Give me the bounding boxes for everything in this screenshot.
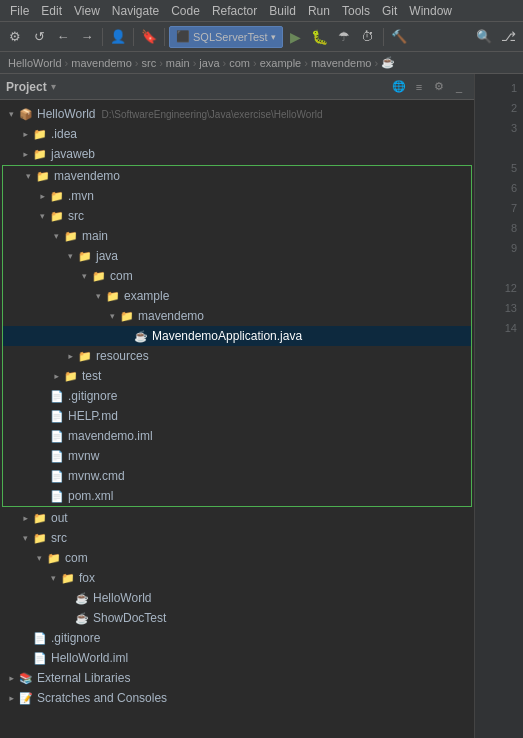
- breadcrumb-java[interactable]: java: [199, 57, 219, 69]
- tree-java[interactable]: ▾ 📁 java: [3, 246, 471, 266]
- arrow-helloworld: ▾: [4, 107, 18, 121]
- menu-window[interactable]: Window: [403, 0, 458, 21]
- label-mvn: .mvn: [68, 189, 94, 203]
- menu-git[interactable]: Git: [376, 0, 403, 21]
- tree-helloworld-iml[interactable]: 📄 HelloWorld.iml: [0, 648, 474, 668]
- profile-button[interactable]: ⏱: [357, 26, 379, 48]
- folder-icon-resources: 📁: [77, 348, 93, 364]
- breadcrumb-main[interactable]: main: [166, 57, 190, 69]
- breadcrumb-example[interactable]: example: [260, 57, 302, 69]
- arrow-fox: ▾: [46, 571, 60, 585]
- menu-code[interactable]: Code: [165, 0, 206, 21]
- folder-icon-com: 📁: [91, 268, 107, 284]
- project-panel[interactable]: Project ▾ 🌐 ≡ ⚙ _ ▾ 📦 HelloWorld D:\Soft…: [0, 74, 475, 738]
- breadcrumb-com[interactable]: com: [229, 57, 250, 69]
- mvnw-icon: 📄: [49, 448, 65, 464]
- tree-mavendemo-application[interactable]: ☕ MavendemoApplication.java: [3, 326, 471, 346]
- menu-tools[interactable]: Tools: [336, 0, 376, 21]
- tree-mavendemo[interactable]: ▾ 📁 mavendemo: [3, 166, 471, 186]
- tree-scratches[interactable]: ▾ 📝 Scratches and Consoles: [0, 688, 474, 708]
- panel-minimize-btn[interactable]: _: [450, 78, 468, 96]
- label-out: out: [51, 511, 68, 525]
- tree-gitignore-maven[interactable]: 📄 .gitignore: [3, 386, 471, 406]
- tree-help[interactable]: 📄 HELP.md: [3, 406, 471, 426]
- tree-mvnw[interactable]: 📄 mvnw: [3, 446, 471, 466]
- label-src: src: [68, 209, 84, 223]
- tree-com2[interactable]: ▾ 📁 com: [0, 548, 474, 568]
- tree-mvnw-cmd[interactable]: 📄 mvnw.cmd: [3, 466, 471, 486]
- tree-main[interactable]: ▾ 📁 main: [3, 226, 471, 246]
- toolbar-git[interactable]: ⎇: [497, 26, 519, 48]
- menu-file[interactable]: File: [4, 0, 35, 21]
- tree-mvn[interactable]: ▾ 📁 .mvn: [3, 186, 471, 206]
- panel-scope-btn[interactable]: 🌐: [390, 78, 408, 96]
- tree-resources[interactable]: ▾ 📁 resources: [3, 346, 471, 366]
- breadcrumb-mavendemo2[interactable]: mavendemo: [311, 57, 372, 69]
- toolbar-user[interactable]: 👤: [107, 26, 129, 48]
- menu-build[interactable]: Build: [263, 0, 302, 21]
- tree-helloworld-java[interactable]: ☕ HelloWorld: [0, 588, 474, 608]
- mvnwcmd-icon: 📄: [49, 468, 65, 484]
- tree-fox[interactable]: ▾ 📁 fox: [0, 568, 474, 588]
- tree-out[interactable]: ▾ 📁 out: [0, 508, 474, 528]
- tree-src2[interactable]: ▾ 📁 src: [0, 528, 474, 548]
- label-helloworld-iml: HelloWorld.iml: [51, 651, 128, 665]
- tree-com[interactable]: ▾ 📁 com: [3, 266, 471, 286]
- arrow-mavendemo: ▾: [21, 169, 35, 183]
- tree-example[interactable]: ▾ 📁 example: [3, 286, 471, 306]
- run-config-selector[interactable]: ⬛ SQLServerTest ▾: [169, 26, 283, 48]
- label-javaweb: javaweb: [51, 147, 95, 161]
- tree-gitignore2[interactable]: 📄 .gitignore: [0, 628, 474, 648]
- menu-edit[interactable]: Edit: [35, 0, 68, 21]
- arrow-scratches: ▾: [4, 691, 18, 705]
- label-pom: pom.xml: [68, 489, 113, 503]
- tree-showdoctest[interactable]: ☕ ShowDocTest: [0, 608, 474, 628]
- breadcrumb-helloworld[interactable]: HelloWorld: [8, 57, 62, 69]
- label-mavendemo-sub: mavendemo: [138, 309, 204, 323]
- breadcrumb-src[interactable]: src: [141, 57, 156, 69]
- line-gutter: 1 2 3 5 6 7 8 9 12 13 14: [475, 74, 523, 738]
- menu-bar: File Edit View Navigate Code Refactor Bu…: [0, 0, 523, 22]
- coverage-button[interactable]: ☂: [333, 26, 355, 48]
- path-helloworld: D:\SoftwareEngineering\Java\exercise\Hel…: [101, 109, 322, 120]
- build-button[interactable]: 🔨: [388, 26, 410, 48]
- folder-icon-main: 📁: [63, 228, 79, 244]
- toolbar-sep1: [102, 28, 103, 46]
- tree-src[interactable]: ▾ 📁 src: [3, 206, 471, 226]
- menu-navigate[interactable]: Navigate: [106, 0, 165, 21]
- panel-sort-btn[interactable]: ≡: [410, 78, 428, 96]
- toolbar-refresh[interactable]: ↺: [28, 26, 50, 48]
- folder-icon-com2: 📁: [46, 550, 62, 566]
- arrow-main: ▾: [49, 229, 63, 243]
- panel-settings-btn[interactable]: ⚙: [430, 78, 448, 96]
- label-gitignore-maven: .gitignore: [68, 389, 117, 403]
- toolbar: ⚙ ↺ ← → 👤 🔖 ⬛ SQLServerTest ▾ ▶ 🐛 ☂ ⏱ 🔨 …: [0, 22, 523, 52]
- label-helloworld: HelloWorld: [37, 107, 95, 121]
- line-1: 1: [511, 78, 517, 98]
- tree-test[interactable]: ▾ 📁 test: [3, 366, 471, 386]
- tree-javaweb[interactable]: ▾ 📁 javaweb: [0, 144, 474, 164]
- folder-icon-idea: 📁: [32, 126, 48, 142]
- panel-chevron[interactable]: ▾: [51, 81, 56, 92]
- breadcrumb-mavendemo[interactable]: mavendemo: [71, 57, 132, 69]
- toolbar-back[interactable]: ←: [52, 26, 74, 48]
- tree-pom[interactable]: 📄 pom.xml: [3, 486, 471, 506]
- toolbar-settings[interactable]: ⚙: [4, 26, 26, 48]
- run-button[interactable]: ▶: [285, 26, 307, 48]
- tree-mavendemo-sub[interactable]: ▾ 📁 mavendemo: [3, 306, 471, 326]
- toolbar-forward[interactable]: →: [76, 26, 98, 48]
- toolbar-bookmark[interactable]: 🔖: [138, 26, 160, 48]
- tree-idea[interactable]: ▾ 📁 .idea: [0, 124, 474, 144]
- tree-helloworld[interactable]: ▾ 📦 HelloWorld D:\SoftwareEngineering\Ja…: [0, 104, 474, 124]
- tree-mavendemo-iml[interactable]: 📄 mavendemo.iml: [3, 426, 471, 446]
- menu-run[interactable]: Run: [302, 0, 336, 21]
- panel-title: Project: [6, 80, 47, 94]
- folder-icon-example: 📁: [105, 288, 121, 304]
- menu-view[interactable]: View: [68, 0, 106, 21]
- toolbar-search[interactable]: 🔍: [473, 26, 495, 48]
- arrow-resources: ▾: [63, 349, 77, 363]
- tree-external-libraries[interactable]: ▾ 📚 External Libraries: [0, 668, 474, 688]
- menu-refactor[interactable]: Refactor: [206, 0, 263, 21]
- debug-button[interactable]: 🐛: [309, 26, 331, 48]
- label-mavendemo: mavendemo: [54, 169, 120, 183]
